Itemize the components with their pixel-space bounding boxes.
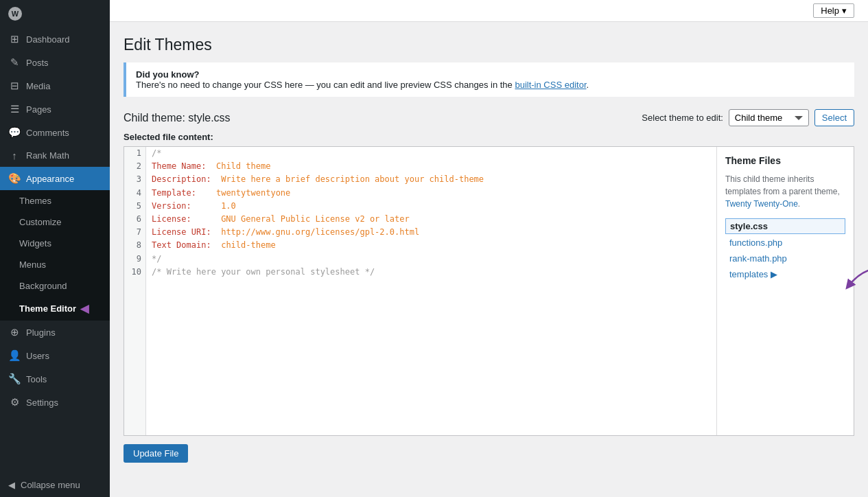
sidebar-item-customize[interactable]: Customize [0,211,110,233]
selected-file-label: Selected file content: [124,132,854,142]
line-numbers: 12345678910 [124,147,146,435]
sidebar-item-pages[interactable]: ☰ Pages [0,97,110,121]
theme-files-panel: Theme Files This child theme inherits te… [716,147,854,435]
sidebar-item-dashboard[interactable]: ⊞ Dashboard [0,27,110,51]
theme-files-title: Theme Files [725,155,845,166]
sidebar-item-rank-math[interactable]: ↑ Rank Math [0,144,110,167]
theme-files-desc: This child theme inherits templates from… [725,173,845,210]
code-key: License: [152,213,191,226]
parent-theme-link[interactable]: Twenty Twenty-One [725,199,798,209]
line-number-2: 2 [124,160,145,173]
line-number-9: 9 [124,253,145,266]
sidebar-item-label: Pages [26,104,51,115]
widgets-label: Widgets [19,238,51,248]
pages-icon: ☰ [8,103,21,115]
line-number-6: 6 [124,213,145,226]
notice-text-after: . [587,80,589,90]
sidebar-item-label: Tools [26,374,47,384]
line-number-3: 3 [124,173,145,186]
sidebar-item-comments[interactable]: 💬 Comments [0,121,110,144]
code-row-8: Text Domain: child-theme [152,239,711,252]
notice-link[interactable]: built-in CSS editor [515,80,586,90]
theme-select-dropdown[interactable]: Child theme Parent theme [729,109,809,126]
notice-box: Did you know? There's no need to change … [124,62,854,97]
code-row-9: */ [152,253,711,266]
theme-files-list: style.css functions.php rank-math.php [725,218,845,281]
code-value: twentytwentyone [196,187,290,200]
code-content[interactable]: /*Theme Name: Child themeDescription: Wr… [146,147,716,435]
sidebar-item-label: Dashboard [26,34,70,45]
media-icon: ⊟ [8,80,21,92]
folder-label: templates [729,269,768,279]
sidebar-item-theme-editor[interactable]: Theme Editor ◀ [0,297,110,321]
code-row-5: Version: 1.0 [152,200,711,213]
code-row-7: License URI: http://www.gnu.org/licenses… [152,226,711,239]
code-key: Version: [152,200,191,213]
code-row-4: Template: twentytwentyone [152,187,711,200]
sidebar-item-posts[interactable]: ✎ Posts [0,51,110,74]
sidebar-item-settings[interactable]: ⚙ Settings [0,391,110,414]
code-value: http://www.gnu.org/licenses/gpl-2.0.html [211,226,419,239]
sidebar-item-users[interactable]: 👤 Users [0,344,110,367]
page-content: Edit Themes Did you know? There's no nee… [110,22,868,497]
select-theme-label: Select theme to edit: [642,113,723,123]
sidebar-item-plugins[interactable]: ⊕ Plugins [0,321,110,344]
templates-folder[interactable]: templates ▶ [725,267,845,281]
editor-file-title: Child theme: style.css [124,112,231,124]
sidebar-item-tools[interactable]: 🔧 Tools [0,367,110,391]
sidebar-item-appearance[interactable]: 🎨 Appearance [0,167,110,190]
code-row-2: Theme Name: Child theme [152,160,711,173]
file-style-css[interactable]: style.css [725,218,845,234]
file-rank-math-php[interactable]: rank-math.php [725,251,845,266]
arrow-annotation-icon [842,265,868,299]
posts-icon: ✎ [8,56,21,69]
code-row-10: /* Write here your own personal styleshe… [152,266,711,279]
code-value: GNU General Public License v2 or later [191,213,410,226]
theme-select-row: Select theme to edit: Child theme Parent… [642,109,854,126]
code-comment: /* Write here your own personal styleshe… [152,266,375,279]
code-value: child-theme [211,239,276,252]
file-functions-php[interactable]: functions.php [725,235,845,250]
themes-label: Themes [19,196,51,206]
help-button[interactable]: Help ▾ [813,3,854,18]
plugins-icon: ⊕ [8,326,21,338]
sidebar: W ⊞ Dashboard ✎ Posts ⊟ Media ☰ Pages 💬 … [0,0,110,497]
sidebar-item-label: Media [26,81,50,91]
wordpress-logo-icon: W [8,7,22,21]
page-title: Edit Themes [124,36,854,54]
code-key: Text Domain: [152,239,211,252]
dashboard-icon: ⊞ [8,33,21,45]
sidebar-item-background[interactable]: Background [0,275,110,297]
selected-file-text: Selected file content: [124,132,213,142]
code-comment: /* [152,147,161,160]
comments-icon: 💬 [8,126,21,139]
line-number-8: 8 [124,239,145,252]
sidebar-item-label: Settings [26,397,58,408]
collapse-menu-button[interactable]: ◀ Collapse menu [0,473,110,497]
collapse-label: Collapse menu [21,480,80,490]
sidebar-item-themes[interactable]: Themes [0,190,110,211]
code-comment: */ [152,253,161,266]
users-icon: 👤 [8,349,21,362]
background-label: Background [19,281,67,291]
select-theme-button[interactable]: Select [814,109,854,126]
sidebar-item-label: Rank Math [26,150,69,161]
help-label: Help [821,5,839,16]
collapse-icon: ◀ [8,480,15,490]
code-row-1: /* [152,147,711,160]
code-value: Write here a brief description about you… [211,173,484,186]
rank-math-icon: ↑ [8,150,21,161]
arrow-pointer-icon: ◀ [80,302,89,315]
sidebar-item-media[interactable]: ⊟ Media [0,74,110,97]
help-chevron-icon: ▾ [842,5,847,16]
line-number-7: 7 [124,226,145,239]
sidebar-item-label: Comments [26,128,69,138]
settings-icon: ⚙ [8,396,21,408]
line-number-4: 4 [124,187,145,200]
sidebar-item-menus[interactable]: Menus [0,254,110,275]
menus-label: Menus [19,259,46,270]
editor-header: Child theme: style.css Select theme to e… [124,109,854,126]
code-key: License URI: [152,226,211,239]
update-file-button[interactable]: Update File [124,444,188,463]
sidebar-item-widgets[interactable]: Widgets [0,233,110,254]
